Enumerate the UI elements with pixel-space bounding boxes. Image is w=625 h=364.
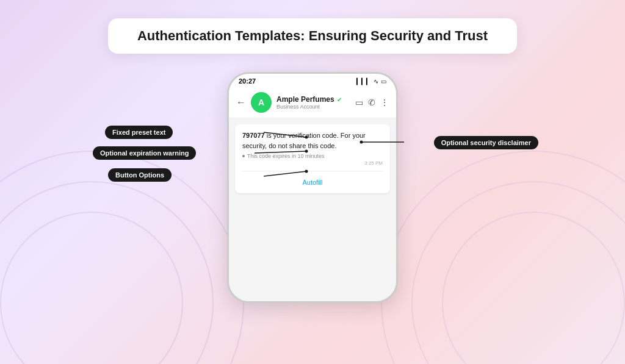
message-text: 797077 is your verification code. For yo…	[242, 130, 383, 151]
avatar: A	[251, 92, 272, 113]
video-icon[interactable]: ▭	[355, 98, 363, 107]
title-card: Authentication Templates: Ensuring Secur…	[108, 18, 517, 54]
annotation-button-options: Button Options	[108, 168, 172, 182]
verification-code: 797077	[242, 132, 265, 139]
annotation-expiration: Optional expiration warning	[93, 146, 196, 160]
phone-annotation-area: Fixed preset text Optional expiration wa…	[74, 72, 551, 298]
signal-icon: ▎▎▎	[356, 78, 371, 85]
bullet-dot	[242, 155, 245, 157]
autofill-button[interactable]: Autofill	[302, 179, 322, 186]
annotation-optional-security: Optional security disclaimer	[434, 136, 538, 149]
phone-mockup: 20:27 ▎▎▎ ∿ ▭ ← A Ample Perfumes ✔ Busin…	[227, 72, 398, 303]
status-bar: 20:27 ▎▎▎ ∿ ▭	[229, 74, 396, 87]
name-row: Ample Perfumes ✔	[276, 95, 350, 104]
phone-icon[interactable]: ✆	[368, 98, 375, 107]
annotation-fixed-preset: Fixed preset text	[105, 126, 173, 139]
wa-header: ← A Ample Perfumes ✔ Business Account ▭ …	[229, 87, 396, 118]
expiration-label: This code expires in 10 minutes	[247, 153, 325, 159]
battery-icon: ▭	[381, 78, 386, 85]
button-divider: Autofill	[242, 171, 383, 187]
page-title: Authentication Templates: Ensuring Secur…	[137, 28, 488, 44]
chat-area: 797077 is your verification code. For yo…	[229, 118, 396, 240]
contact-info: Ample Perfumes ✔ Business Account	[276, 95, 350, 110]
message-bubble: 797077 is your verification code. For yo…	[235, 124, 390, 193]
more-icon[interactable]: ⋮	[380, 98, 389, 107]
main-content: Authentication Templates: Ensuring Secur…	[0, 0, 625, 364]
contact-name: Ample Perfumes	[276, 95, 334, 104]
verified-icon: ✔	[337, 96, 342, 103]
status-time: 20:27	[239, 77, 256, 85]
back-button[interactable]: ←	[236, 97, 246, 108]
message-timestamp: 3:25 PM	[242, 160, 383, 166]
contact-subtitle: Business Account	[276, 104, 350, 110]
status-icons: ▎▎▎ ∿ ▭	[356, 78, 386, 85]
header-action-icons: ▭ ✆ ⋮	[355, 98, 389, 107]
expiration-text: This code expires in 10 minutes	[242, 153, 383, 159]
wifi-icon: ∿	[374, 78, 378, 85]
chat-empty-area	[229, 240, 396, 301]
